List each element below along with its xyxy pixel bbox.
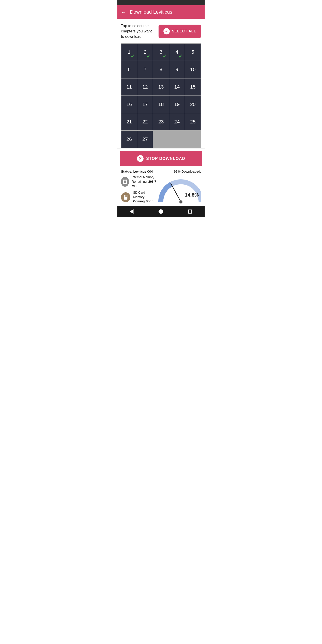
stop-download-button[interactable]: ✕ STOP DOWNLOAD [120,151,202,166]
chapter-cell-19[interactable]: 19 [169,96,185,113]
download-percent: 99% Downloaded. [174,170,201,173]
nav-recents-button[interactable] [184,208,196,215]
checkmark-icon: ✓ [165,30,168,33]
chapter-number-9: 9 [176,67,178,72]
chapter-grid: 1✓2✓3✓4✓56789101112131415161718192021222… [121,43,201,148]
back-triangle-icon [130,209,134,214]
chapter-number-12: 12 [142,84,148,90]
home-circle-icon [158,209,163,214]
instruction-row: Tap to select the chapters you want to d… [121,23,201,39]
chapter-number-11: 11 [126,84,132,90]
bottom-section: ✕ STOP DOWNLOAD Status: Leviticus 004 99… [118,148,204,206]
status-text: Status: Leviticus 004 [121,170,153,173]
chapter-cell-11[interactable]: 11 [122,78,137,96]
status-row: Status: Leviticus 004 99% Downloaded. [118,168,204,175]
chapter-cell-14[interactable]: 14 [169,78,185,96]
nav-home-button[interactable] [154,208,168,216]
chapter-number-7: 7 [144,67,146,72]
chapter-cell-15[interactable]: 15 [185,78,200,96]
chapter-number-5: 5 [192,49,194,55]
chapter-number-21: 21 [126,119,132,125]
select-all-button[interactable]: ✓ SELECT ALL [158,24,201,38]
chapter-cell-22[interactable]: 22 [137,113,153,130]
svg-point-13 [179,200,182,204]
chapter-number-19: 19 [174,102,180,107]
sd-sublabel: Coming Soon... [133,200,156,203]
chapter-cell-3[interactable]: 3✓ [153,44,168,60]
chapter-cell-18[interactable]: 18 [153,96,168,113]
sd-icon [123,194,128,200]
chapter-cell-8[interactable]: 8 [153,61,168,78]
chapter-checkmark-2: ✓ [146,54,150,59]
chapter-number-10: 10 [190,67,196,72]
chapter-number-27: 27 [142,136,148,142]
chapter-cell-13[interactable]: 13 [153,78,168,96]
chapter-cell-6[interactable]: 6 [122,61,137,78]
chapter-cell-16[interactable]: 16 [122,96,137,113]
back-button[interactable]: ← [121,9,126,15]
nav-back-button[interactable] [126,207,138,216]
chapter-number-22: 22 [142,119,148,125]
chapter-number-17: 17 [142,102,148,107]
chapter-cell-12[interactable]: 12 [137,78,153,96]
chapter-cell-5[interactable]: 5 [185,44,200,60]
chapter-number-23: 23 [158,119,164,125]
gauge-svg [156,177,201,204]
chapter-number-14: 14 [174,84,180,90]
chapter-number-26: 26 [126,136,132,142]
chapter-cell-9[interactable]: 9 [169,61,185,78]
recents-square-icon [188,210,192,214]
stop-x-circle: ✕ [137,155,144,162]
sd-card-item: SD Card Memory Coming Soon... [121,190,156,204]
status-bar [118,0,204,5]
chapter-number-4: 4 [176,49,178,55]
gauge-percent-label: 14.8% [185,192,199,198]
internal-memory-icon [121,177,129,187]
chapter-number-13: 13 [158,84,164,90]
svg-line-12 [171,184,181,202]
chapter-checkmark-1: ✓ [130,54,134,59]
chapter-cell-27[interactable]: 27 [137,131,153,148]
sd-card-icon [121,192,130,202]
svg-rect-9 [125,195,125,197]
main-content: Tap to select the chapters you want to d… [118,19,204,148]
chapter-cell-20[interactable]: 20 [185,96,200,113]
chapter-cell-25[interactable]: 25 [185,113,200,130]
chapter-number-8: 8 [160,67,162,72]
page-title: Download Leviticus [130,9,172,15]
select-all-label: SELECT ALL [172,29,196,33]
sd-card-text: SD Card Memory Coming Soon... [133,190,156,204]
internal-remaining-label: Remaining: [132,180,148,183]
chapter-number-24: 24 [174,119,180,125]
chapter-number-20: 20 [190,102,196,107]
chapter-number-15: 15 [190,84,196,90]
chapter-number-1: 1 [128,49,130,55]
select-all-check-circle: ✓ [164,28,170,34]
stop-download-label: STOP DOWNLOAD [146,156,185,161]
chapter-cell-23[interactable]: 23 [153,113,168,130]
chapter-number-6: 6 [128,67,130,72]
chapter-cell-4[interactable]: 4✓ [169,44,185,60]
status-value: Leviticus 004 [133,170,153,173]
instruction-text: Tap to select the chapters you want to d… [121,23,158,39]
gauge-container: 14.8% [156,175,201,204]
chapter-number-18: 18 [158,102,164,107]
chapter-cell-17[interactable]: 17 [137,96,153,113]
chapter-cell-10[interactable]: 10 [185,61,200,78]
memory-section: Internal Memory. Remaining: 298.7 MB S [121,175,156,206]
chapter-cell-24[interactable]: 24 [169,113,185,130]
chapter-cell-7[interactable]: 7 [137,61,153,78]
internal-memory-text: Internal Memory. Remaining: 298.7 MB [132,175,156,188]
internal-memory-label: Internal Memory. [132,175,155,179]
info-row: Internal Memory. Remaining: 298.7 MB S [118,175,204,206]
chapter-number-16: 16 [126,102,132,107]
svg-rect-11 [126,195,126,197]
chapter-cell-1[interactable]: 1✓ [122,44,137,60]
chapter-cell-2[interactable]: 2✓ [137,44,153,60]
chapter-cell-26[interactable]: 26 [122,131,137,148]
chapter-checkmark-3: ✓ [162,54,166,59]
chip-icon [122,179,128,185]
sd-label: SD Card Memory [133,191,145,199]
x-icon: ✕ [138,156,142,160]
chapter-cell-21[interactable]: 21 [122,113,137,130]
